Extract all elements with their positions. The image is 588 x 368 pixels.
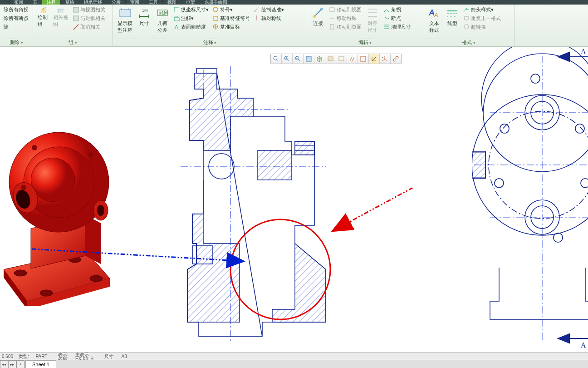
- move-to-page[interactable]: 移动到页面: [328, 23, 363, 31]
- display-style-2[interactable]: [336, 54, 347, 64]
- section-view: [172, 64, 344, 346]
- remove-corners[interactable]: 除所有角拐: [3, 5, 29, 14]
- csys-3[interactable]: [369, 54, 380, 64]
- tab-8[interactable]: 工具: [144, 0, 163, 5]
- view-relate[interactable]: 与视图相关: [72, 5, 106, 14]
- align-dim-button[interactable]: 对齐 尺寸: [363, 5, 382, 35]
- related-view-button[interactable]: 相关视 图: [50, 5, 71, 29]
- status-type: 类型: PART: [19, 353, 53, 360]
- tab-4[interactable]: 草绘: [61, 0, 79, 5]
- dimension-icon: 1M: [138, 6, 151, 19]
- iso-button[interactable]: [314, 54, 325, 64]
- svg-marker-56: [558, 52, 569, 61]
- csys-5[interactable]: [391, 54, 401, 64]
- ordinate-dim[interactable]: 纵坐标尺寸 ▾: [172, 5, 210, 14]
- datum-feature[interactable]: 基准特征符号: [211, 14, 251, 23]
- balloon-icon: [39, 6, 46, 13]
- svg-point-9: [213, 7, 218, 12]
- remove[interactable]: 除: [3, 23, 29, 31]
- repeat-format[interactable]: 重复上一格式: [462, 14, 502, 23]
- lbl: 几何 公差: [157, 20, 167, 34]
- svg-marker-58: [558, 334, 569, 343]
- drawing-canvas[interactable]: x: [0, 47, 588, 349]
- zoom-in-button[interactable]: [282, 54, 293, 64]
- group-annotation: 显示模 型注释 1M 尺寸 ⌀1M 几何 公差 纵坐标尺寸 ▾ 注解 ▾ 表面粗…: [113, 5, 307, 46]
- linetype-button[interactable]: 线型: [443, 5, 461, 28]
- breakpoint[interactable]: 断点: [382, 14, 412, 23]
- corner-icon: [383, 6, 390, 13]
- tab-6[interactable]: 分析: [107, 0, 126, 5]
- csys-1[interactable]: [347, 54, 358, 64]
- tab-9[interactable]: 视图: [163, 0, 181, 5]
- zoom-window-button[interactable]: [271, 54, 282, 64]
- remove-breakpoints[interactable]: 除所有断点: [3, 14, 29, 23]
- group-format: AA 文本 样式 线型 箭头样式 ▾ 重复上一格式 超链接 格式: [423, 5, 514, 46]
- cs1-icon: [349, 55, 356, 62]
- refit-button[interactable]: [304, 54, 314, 64]
- connect-button[interactable]: 连接: [309, 5, 327, 28]
- hyperlink[interactable]: 超链接: [462, 23, 502, 31]
- target-icon: [212, 24, 219, 30]
- svg-rect-24: [339, 57, 344, 61]
- group-group-label: 组: [33, 39, 113, 46]
- model-note-icon: [119, 6, 132, 19]
- tab-7[interactable]: 审阅: [126, 0, 144, 5]
- axis-icon: [254, 15, 260, 22]
- surface-finish[interactable]: 表面粗糙度: [172, 23, 210, 31]
- zoom-out-button[interactable]: [293, 54, 304, 64]
- axis-symmetry[interactable]: 轴对称线: [253, 14, 285, 23]
- tab-2[interactable]: 表: [28, 0, 42, 5]
- tab-11[interactable]: 永盛手绘图: [200, 0, 232, 5]
- arrow-style[interactable]: 箭头样式 ▾: [462, 5, 502, 14]
- display-style-1[interactable]: [325, 54, 336, 64]
- move-to-view[interactable]: 移动到视图: [328, 5, 363, 14]
- zoom-icon: [273, 55, 279, 62]
- datum-target[interactable]: 基准目标: [211, 23, 251, 31]
- sheet-first[interactable]: ◂◂: [0, 360, 8, 368]
- cs3-icon: [371, 55, 377, 62]
- svg-point-19: [274, 56, 277, 60]
- tab-10[interactable]: 框架: [181, 0, 200, 5]
- text-style-button[interactable]: AA 文本 样式: [425, 5, 443, 35]
- svg-line-74: [32, 249, 244, 261]
- tab-3[interactable]: 注释: [42, 0, 61, 5]
- zoomout-icon: [294, 55, 301, 62]
- show-model-annotations[interactable]: 显示模 型注释: [115, 5, 135, 35]
- draw-group-button[interactable]: 绘制 组: [35, 5, 50, 29]
- note[interactable]: 注解 ▾: [172, 14, 210, 23]
- sheet-1-tab[interactable]: Sheet 1: [25, 360, 56, 368]
- lbl: 连接: [313, 20, 323, 27]
- object-relate[interactable]: 与对象相关: [72, 14, 106, 23]
- group-annot-label: 注释: [113, 39, 307, 46]
- tab-5[interactable]: 继承迁移: [79, 0, 107, 5]
- csys-2[interactable]: [358, 54, 369, 64]
- draw-datum[interactable]: 绘制基准 ▾: [253, 5, 285, 14]
- sheet-last[interactable]: ▸▸: [8, 360, 16, 368]
- corner[interactable]: 角拐: [382, 5, 412, 14]
- move-special[interactable]: 移动特殊: [328, 14, 363, 23]
- link-icon: [73, 15, 79, 22]
- disp2-icon: [338, 55, 345, 62]
- csys-4[interactable]: x: [380, 54, 391, 64]
- red-arrow-annotation: [327, 188, 417, 238]
- hyperlink-icon: [463, 24, 470, 30]
- draw-group-label: 绘制 组: [38, 14, 48, 28]
- cs2-icon: [360, 55, 367, 62]
- clean-dims[interactable]: 清理尺寸: [382, 23, 412, 31]
- dimension-button[interactable]: 1M 尺寸: [135, 5, 153, 28]
- unrelate[interactable]: 取消相关: [72, 23, 106, 31]
- tab-0[interactable]: [0, 0, 10, 5]
- gtol-icon: ⌀1M: [156, 6, 169, 19]
- text-icon: AA: [428, 6, 441, 19]
- break-icon: [383, 15, 390, 22]
- svg-rect-23: [328, 57, 333, 61]
- symbol[interactable]: 符号 ▾: [211, 5, 251, 14]
- svg-rect-4: [120, 10, 131, 17]
- ribbon: 除所有角拐 除所有断点 除 删除 绘制 组 相关视 图 与视图相关 与对象相关 …: [0, 5, 588, 47]
- geom-tolerance-button[interactable]: ⌀1M 几何 公差: [153, 5, 172, 35]
- tab-1[interactable]: 布局: [10, 0, 28, 5]
- status-bar: 0.600 类型: PART 表示: 主表示名称: EX-04_S 尺寸: A3: [0, 352, 588, 360]
- svg-rect-73: [472, 152, 485, 178]
- note-icon: [173, 15, 180, 22]
- sheet-add[interactable]: ＋: [16, 360, 24, 368]
